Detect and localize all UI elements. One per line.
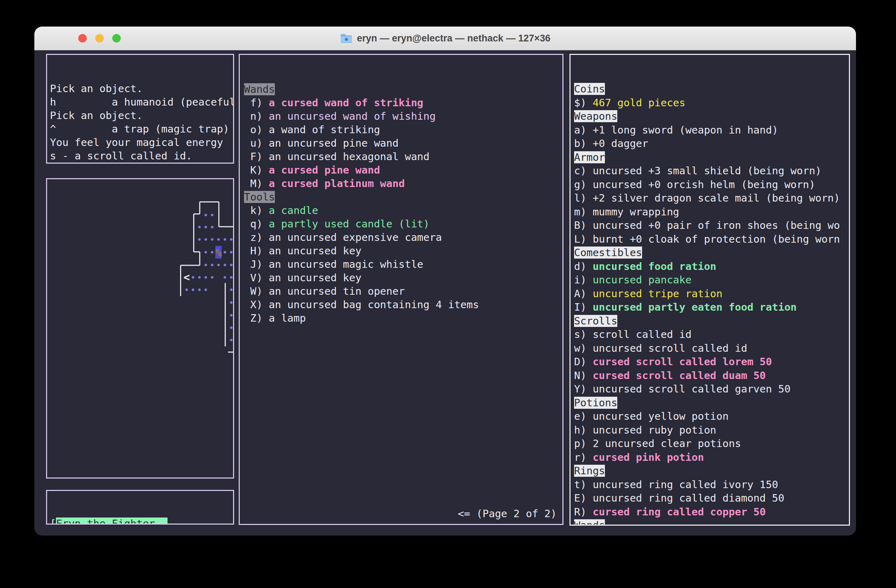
menu-item[interactable]: o) a wand of striking <box>244 123 562 136</box>
floor-dot <box>217 238 219 241</box>
menu-item[interactable]: n) an uncursed wand of wishing <box>244 110 562 123</box>
inventory-item[interactable]: r) cursed pink potion <box>574 451 849 465</box>
inventory-item[interactable]: h) uncursed ruby potion <box>574 423 849 437</box>
inventory-item[interactable]: m) mummy wrapping <box>574 205 849 219</box>
upstairs-glyph: < <box>183 271 190 283</box>
menu-item[interactable]: W) an uncursed tin opener <box>244 285 562 298</box>
menu-category-header: Tools <box>244 190 562 204</box>
inventory-item[interactable]: B) uncursed +0 pair of iron shoes (being… <box>574 219 849 232</box>
floor-dot <box>230 251 232 253</box>
menu-panel: Wands f) a cursed wand of striking n) an… <box>239 54 564 525</box>
floor-dot <box>211 264 213 266</box>
menu-item[interactable]: Z) a lamp <box>244 311 562 325</box>
floor-dot <box>224 264 226 266</box>
floor-dot <box>198 288 200 291</box>
floor-dot <box>198 225 200 228</box>
message-line: s - a scroll called id. <box>50 149 233 163</box>
menu-item[interactable]: X) an uncursed bag containing 4 items <box>244 298 562 311</box>
status-name-line: [Eryn the Fighter <box>50 517 233 525</box>
inventory-category-header: Armor <box>574 151 849 165</box>
inventory-item[interactable]: t) uncursed ring called ivory 150 <box>574 478 849 492</box>
inventory-category-header: Weapons <box>574 110 849 123</box>
menu-item[interactable]: H) an uncursed key <box>244 244 562 257</box>
floor-dot <box>192 276 194 279</box>
floor-dot <box>230 264 232 266</box>
floor-dot <box>224 276 226 279</box>
menu-item[interactable]: q) a partly used candle (lit) <box>244 217 562 231</box>
floor-dot <box>211 251 213 253</box>
floor-dot <box>230 326 232 329</box>
menu-category-header: Wands <box>244 82 562 96</box>
inventory-item[interactable]: g) uncursed +0 orcish helm (being worn) <box>574 178 849 192</box>
floor-dot <box>230 314 232 316</box>
map-panel: <% <box>46 178 234 478</box>
floor-dot <box>204 288 207 291</box>
floor-dot <box>211 225 213 228</box>
page-indicator: <= (Page 2 of 2) <box>458 507 557 520</box>
message-line: h a humanoid (peaceful <box>50 95 233 109</box>
message-line: You feel your magical energy <box>50 136 233 149</box>
floor-dot <box>230 276 232 279</box>
inventory-item[interactable]: E) uncursed ring called diamond 50 <box>574 491 849 505</box>
inventory-item[interactable]: R) cursed ring called copper 50 <box>574 505 849 519</box>
inventory-item[interactable]: e) uncursed yellow potion <box>574 410 849 423</box>
message-line: Pick an object. <box>50 109 233 122</box>
inventory-item[interactable]: L) burnt +0 cloak of protection (being w… <box>574 232 849 246</box>
floor-dot <box>185 288 188 291</box>
menu-item[interactable]: f) a cursed wand of striking <box>244 96 562 110</box>
floor-dot <box>204 276 207 279</box>
floor-dot <box>211 238 213 241</box>
floor-dot <box>204 213 207 216</box>
floor-dot <box>198 238 200 241</box>
inventory-item[interactable]: p) 2 uncursed clear potions <box>574 437 849 451</box>
floor-dot <box>211 213 213 216</box>
floor-dot <box>230 288 232 291</box>
inventory-item[interactable]: A) uncursed tripe ration <box>574 287 849 301</box>
inventory-item[interactable]: l) +2 silver dragon scale mail (being wo… <box>574 191 849 205</box>
inventory-item[interactable]: Y) uncursed scroll called garven 50 <box>574 382 849 396</box>
menu-item[interactable]: k) a candle <box>244 204 562 217</box>
inventory-item[interactable]: s) scroll called id <box>574 328 849 341</box>
floor-dot <box>230 339 232 341</box>
inventory-category-header: Comestibles <box>574 246 849 260</box>
inventory-item[interactable]: I) uncursed partly eaten food ration <box>574 300 849 314</box>
inventory-item[interactable]: $) 467 gold pieces <box>574 96 849 110</box>
menu-item[interactable]: F) an uncursed hexagonal wand <box>244 150 562 163</box>
floor-dot <box>204 264 207 266</box>
menu-item[interactable]: M) a cursed platinum wand <box>244 177 562 190</box>
inventory-item[interactable]: N) cursed scroll called duam 50 <box>574 369 849 382</box>
food-item-glyph: % <box>215 247 222 259</box>
status-panel: [Eryn the Fighter Dlvl:9 $:467 HP:40(56)… <box>46 490 234 525</box>
inventory-item[interactable]: D) cursed scroll called lorem 50 <box>574 355 849 369</box>
inventory-item[interactable]: d) uncursed food ration <box>574 260 849 273</box>
menu-item[interactable]: u) an uncursed pine wand <box>244 136 562 150</box>
inventory-item[interactable]: b) +0 dagger <box>574 137 849 151</box>
inventory-category-header: Coins <box>574 82 849 96</box>
inventory-item[interactable]: w) uncursed scroll called id <box>574 341 849 355</box>
dungeon-map: <% <box>47 179 233 477</box>
title-bar[interactable]: eryn — eryn@electra — nethack — 127×36 <box>34 27 856 50</box>
window-title: eryn — eryn@electra — nethack — 127×36 <box>357 33 550 44</box>
inventory-item[interactable]: c) uncursed +3 small shield (being worn) <box>574 164 849 178</box>
floor-dot <box>217 264 219 266</box>
floor-dot <box>198 276 200 279</box>
inventory-category-header: Rings <box>574 464 849 478</box>
folder-icon <box>340 33 353 44</box>
floor-dot <box>230 238 232 241</box>
inventory-item[interactable]: a) +1 long sword (weapon in hand) <box>574 123 849 137</box>
inventory-category-header: Scrolls <box>574 314 849 328</box>
message-line: Pick an object. <box>50 82 233 95</box>
inventory-item[interactable]: i) uncursed pancake <box>574 273 849 287</box>
terminal-window: eryn — eryn@electra — nethack — 127×36 P… <box>34 27 856 536</box>
floor-dot <box>211 276 213 279</box>
floor-dot <box>204 238 207 241</box>
floor-dot <box>204 251 207 253</box>
menu-item[interactable]: z) an uncursed expensive camera <box>244 231 562 244</box>
floor-dot <box>204 225 207 228</box>
inventory-category-header: Wands <box>574 519 849 526</box>
menu-item[interactable]: K) a cursed pine wand <box>244 163 562 177</box>
floor-dot <box>224 251 226 253</box>
menu-item[interactable]: J) an uncursed magic whistle <box>244 257 562 271</box>
inventory-panel: Coins$) 467 gold piecesWeaponsa) +1 long… <box>570 54 850 526</box>
menu-item[interactable]: V) an uncursed key <box>244 271 562 285</box>
